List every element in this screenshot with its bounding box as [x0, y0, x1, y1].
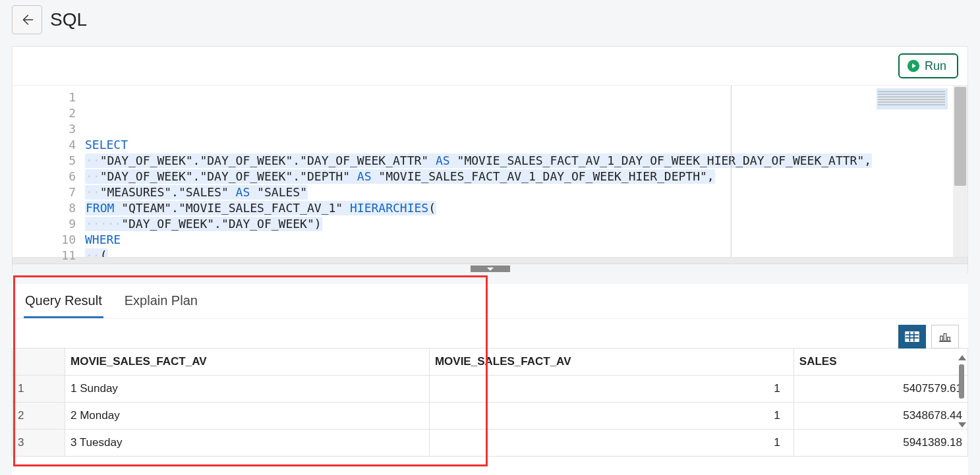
- editor-gutter: 1234567891011: [13, 86, 85, 257]
- tab-explain-plan[interactable]: Explain Plan: [123, 291, 199, 318]
- back-button[interactable]: [12, 5, 42, 34]
- panel-splitter[interactable]: [12, 264, 968, 273]
- view-tools: [898, 325, 959, 349]
- chart-view-button[interactable]: [931, 325, 959, 349]
- editor-hscrollbar[interactable]: [12, 258, 968, 264]
- svg-rect-9: [944, 333, 946, 341]
- editor-vscrollbar[interactable]: [953, 86, 967, 257]
- page-header: SQL: [0, 0, 980, 46]
- results-tabs: Query Result Explain Plan: [12, 284, 968, 319]
- table-view-button[interactable]: [898, 325, 926, 349]
- table-row[interactable]: 22 Monday15348678.44: [13, 403, 968, 430]
- column-header[interactable]: MOVIE_SALES_FACT_AV: [65, 349, 430, 376]
- run-button[interactable]: Run: [898, 53, 958, 78]
- sql-editor-panel: Run 1234567891011 SELECT··"DAY_OF_WEEK".…: [12, 46, 968, 258]
- tab-query-result[interactable]: Query Result: [24, 291, 103, 318]
- editor-toolbar: Run: [13, 47, 967, 86]
- svg-rect-8: [940, 336, 943, 341]
- editor-code[interactable]: SELECT··"DAY_OF_WEEK"."DAY_OF_WEEK"."DAY…: [85, 86, 874, 257]
- page-title: SQL: [50, 9, 87, 30]
- play-icon: [906, 59, 921, 73]
- column-header[interactable]: [13, 349, 65, 376]
- table-row[interactable]: 33 Tuesday15941389.18: [13, 430, 968, 457]
- table-icon: [905, 331, 919, 343]
- column-header[interactable]: MOVIE_SALES_FACT_AV: [429, 349, 793, 376]
- splitter-handle-icon: [471, 265, 510, 272]
- svg-rect-2: [906, 332, 919, 342]
- back-arrow-icon: [20, 13, 34, 27]
- editor-minimap[interactable]: [874, 86, 953, 257]
- svg-rect-10: [948, 337, 950, 341]
- column-header[interactable]: SALES: [793, 349, 967, 376]
- editor-ruler: [731, 86, 732, 257]
- results-vscrollbar[interactable]: [958, 355, 967, 428]
- results-panel: Query Result Explain Plan MOVIE_SALES_FA…: [12, 284, 968, 475]
- table-row[interactable]: 11 Sunday15407579.61: [13, 376, 968, 403]
- sql-editor[interactable]: 1234567891011 SELECT··"DAY_OF_WEEK"."DAY…: [13, 86, 967, 257]
- bar-chart-icon: [938, 331, 952, 343]
- results-grid: MOVIE_SALES_FACT_AVMOVIE_SALES_FACT_AVSA…: [12, 348, 968, 457]
- run-button-label: Run: [925, 59, 946, 73]
